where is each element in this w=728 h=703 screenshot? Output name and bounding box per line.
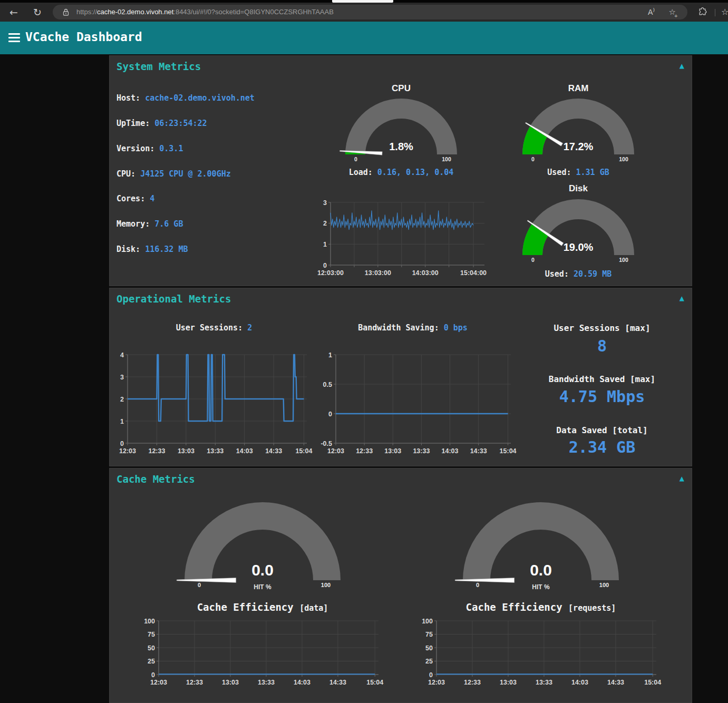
svg-text:12:03: 12:03 [150, 679, 167, 686]
cpu-gauge-value: 1.8% [327, 141, 475, 153]
cpu-load-chart: 12:03:0013:03:0014:03:0015:04:000123 [317, 198, 491, 280]
svg-text:100: 100 [144, 618, 155, 625]
ram-gauge-title: RAM [504, 83, 652, 94]
ram-gauge: 0100 [504, 95, 652, 164]
info-row-cpu: CPU: J4125 CPU @ 2.00GHz [117, 169, 231, 179]
svg-text:13:03: 13:03 [178, 447, 195, 455]
extensions-icon[interactable] [698, 7, 707, 16]
svg-text:12:03: 12:03 [119, 447, 136, 455]
svg-text:-0.5: -0.5 [321, 440, 332, 447]
ram-used-line: Used: 1.31 GB [504, 168, 652, 177]
svg-text:0: 0 [120, 440, 124, 447]
favorites-bar-star-icon[interactable]: ☆ [721, 7, 728, 17]
url-bar[interactable]: https://cache-02.demo.vivoh.net:8443/ui/… [53, 5, 687, 19]
stat-bandwidth-saved-max-value: 4.75 Mbps [523, 387, 681, 406]
svg-text:14:03: 14:03 [571, 679, 588, 686]
stat-user-sessions-max-label: User Sessions [max] [523, 323, 681, 333]
collapse-cache-icon[interactable]: ▲ [680, 475, 684, 482]
browser-toolbar: ← ↻ https://cache-02.demo.vivoh.net:8443… [0, 3, 728, 22]
svg-text:12:03: 12:03 [428, 679, 445, 686]
back-button[interactable]: ← [6, 5, 21, 19]
svg-text:75: 75 [148, 631, 155, 638]
svg-text:4: 4 [120, 352, 124, 359]
operational-metrics-title: Operational Metrics [117, 293, 231, 305]
svg-text:13:03: 13:03 [384, 447, 401, 455]
url-scheme: https:// [76, 8, 97, 16]
cpu-gauge: 0100 [327, 95, 475, 164]
svg-text:1: 1 [328, 352, 332, 359]
cpu-load-line: Load: 0.16, 0.13, 0.04 [327, 168, 475, 177]
refresh-button[interactable]: ↻ [30, 5, 45, 19]
svg-text:15:04: 15:04 [366, 679, 383, 686]
svg-text:12:33: 12:33 [356, 447, 373, 455]
svg-text:13:33: 13:33 [207, 447, 224, 455]
info-row-memory: Memory: 7.6 GB [117, 219, 183, 229]
stat-data-saved-total-value: 2.34 GB [523, 438, 681, 456]
svg-text:12:33: 12:33 [148, 447, 165, 455]
info-row-uptime: UpTime: 06:23:54:22 [117, 119, 207, 128]
svg-text:14:33: 14:33 [329, 679, 346, 686]
cache-metrics-panel: Cache Metrics ▲ 0100 0.0 HIT % Cache Eff… [109, 468, 692, 703]
app-header: VCache Dashboard [0, 22, 728, 54]
svg-text:13:33: 13:33 [536, 679, 552, 686]
svg-text:50: 50 [425, 645, 433, 652]
cache-metrics-title: Cache Metrics [117, 473, 195, 485]
url-text: https://cache-02.demo.vivoh.net:8443/ui/… [76, 8, 334, 16]
svg-text:25: 25 [425, 658, 433, 665]
svg-text:14:33: 14:33 [607, 679, 624, 686]
lock-icon [63, 8, 69, 16]
svg-text:14:03:00: 14:03:00 [412, 269, 439, 277]
disk-gauge-title: Disk [504, 183, 652, 194]
svg-text:0: 0 [429, 671, 433, 679]
info-row-disk: Disk: 116.32 MB [117, 245, 188, 254]
stat-bandwidth-saved-max-label: Bandwidth Saved [max] [523, 374, 681, 384]
svg-text:13:33: 13:33 [413, 447, 430, 455]
system-metrics-title: System Metrics [117, 61, 201, 72]
menu-icon[interactable] [8, 33, 20, 42]
svg-text:1: 1 [120, 418, 124, 425]
svg-text:12:33: 12:33 [464, 679, 481, 686]
svg-text:0: 0 [531, 257, 535, 263]
cache-hit-requests-value: 0.0 [441, 561, 641, 579]
dashboard-main: System Metrics ▲ Host: cache-02.demo.viv… [0, 54, 728, 703]
svg-text:3: 3 [120, 374, 124, 381]
svg-text:12:33: 12:33 [186, 679, 203, 686]
svg-text:15:04:00: 15:04:00 [460, 269, 487, 277]
svg-text:0: 0 [354, 156, 357, 162]
cache-hit-data-value: 0.0 [162, 561, 363, 579]
svg-text:3: 3 [323, 199, 327, 207]
svg-text:75: 75 [425, 631, 433, 638]
url-host: cache-02.demo.vivoh.net [97, 8, 173, 16]
info-row-version: Version: 0.3.1 [117, 144, 183, 153]
disk-used-line: Used: 20.59 MB [504, 269, 652, 279]
cpu-gauge-title: CPU [327, 83, 475, 94]
svg-text:0: 0 [328, 411, 332, 418]
collapse-system-icon[interactable]: ▲ [680, 62, 684, 70]
collapse-operational-icon[interactable]: ▲ [680, 295, 684, 302]
stat-data-saved-total-label: Data Saved [total] [523, 425, 681, 435]
info-row-host: Host: cache-02.demo.vivoh.net [117, 93, 255, 103]
toolbar-divider [715, 9, 715, 16]
user-sessions-heading: User Sessions: 2 [114, 323, 314, 333]
svg-text:14:03: 14:03 [294, 679, 310, 686]
add-favorite-icon[interactable]: ☆+ [669, 7, 676, 17]
stat-user-sessions-max-value: 8 [523, 337, 681, 355]
svg-text:12:03:00: 12:03:00 [317, 269, 344, 277]
svg-text:12:03: 12:03 [327, 447, 344, 455]
read-aloud-icon[interactable]: A) [648, 7, 655, 16]
svg-text:0: 0 [531, 156, 535, 162]
url-path: :8443/ui/#!/0?socketid=Q8IGYN0CCZSRGHhTA… [173, 8, 334, 16]
svg-text:0: 0 [151, 671, 155, 679]
svg-text:13:03: 13:03 [222, 679, 239, 686]
system-metrics-panel: System Metrics ▲ Host: cache-02.demo.viv… [109, 55, 692, 286]
svg-text:0: 0 [323, 262, 327, 269]
cache-hit-data-unit: HIT % [162, 583, 363, 591]
svg-text:14:03: 14:03 [236, 447, 253, 455]
svg-text:13:03: 13:03 [500, 679, 517, 686]
ram-gauge-value: 17.2% [504, 141, 652, 153]
cache-hit-requests-unit: HIT % [441, 583, 641, 591]
cache-efficiency-data-chart: 12:0312:3313:0313:3314:0314:3315:0402550… [139, 614, 389, 694]
bandwidth-saving-chart: 12:0312:3313:0313:3314:0314:3315:04-0.50… [317, 349, 517, 461]
svg-text:0.5: 0.5 [323, 381, 332, 388]
svg-text:13:03:00: 13:03:00 [365, 269, 391, 277]
